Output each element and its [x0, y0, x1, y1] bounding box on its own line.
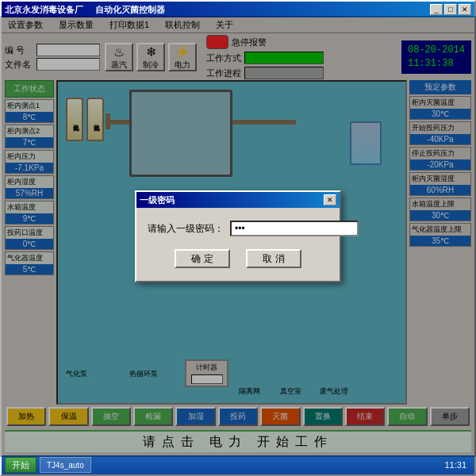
modal-prompt-label: 请输入一级密码： [148, 222, 224, 236]
modal-prompt-row: 请输入一级密码： [148, 221, 328, 236]
modal-title-text: 一级密码 [140, 194, 175, 206]
password-input[interactable] [230, 221, 359, 236]
modal-close-button[interactable]: ✕ [324, 194, 336, 205]
password-modal: 一级密码 ✕ 请输入一级密码： 确 定 取 消 [135, 190, 341, 282]
title-left: 北京永发消毒设备厂 [5, 5, 83, 14]
maximize-button[interactable]: □ [444, 4, 457, 15]
main-window: 北京永发消毒设备厂 自动化灭菌控制器 _ □ ✕ 设置参数 显示数量 打印数据1… [0, 0, 476, 476]
taskbar-clock: 11:31 [440, 459, 471, 471]
minimize-button[interactable]: _ [430, 4, 443, 15]
modal-btn-row: 确 定 取 消 [148, 249, 328, 268]
modal-confirm-button[interactable]: 确 定 [175, 249, 230, 268]
modal-cancel-button[interactable]: 取 消 [246, 249, 301, 268]
taskbar: 开始 TJ4s_auto 11:31 [2, 455, 474, 474]
title-controls: _ □ ✕ [430, 4, 471, 15]
modal-title-bar: 一级密码 ✕ [136, 192, 340, 208]
close-button[interactable]: ✕ [459, 4, 471, 15]
modal-body: 请输入一级密码： 确 定 取 消 [136, 208, 340, 281]
modal-overlay: 一级密码 ✕ 请输入一级密码： 确 定 取 消 [0, 16, 476, 457]
start-button[interactable]: 开始 [5, 457, 36, 473]
taskbar-item-label: TJ4s_auto [47, 461, 84, 470]
taskbar-item[interactable]: TJ4s_auto [40, 457, 91, 473]
title-bar: 北京永发消毒设备厂 自动化灭菌控制器 _ □ ✕ [2, 2, 474, 17]
start-label: 开始 [12, 459, 29, 471]
title-text: 北京永发消毒设备厂 自动化灭菌控制器 [5, 4, 165, 16]
title-right: 自动化灭菌控制器 [95, 5, 165, 14]
